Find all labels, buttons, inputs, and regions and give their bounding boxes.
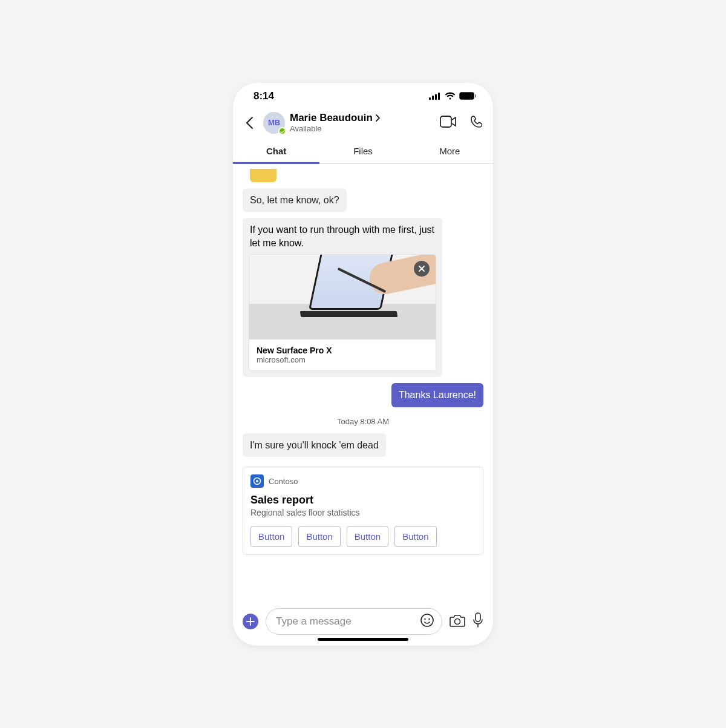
- phone-frame: 8:14 MB Marie Beaudouin Available: [233, 83, 493, 646]
- tab-bar: Chat Files More: [233, 140, 493, 164]
- svg-rect-3: [438, 93, 440, 100]
- battery-icon: [459, 92, 476, 100]
- avatar[interactable]: MB: [263, 112, 285, 134]
- microphone-icon: [473, 612, 483, 628]
- chevron-right-icon: [375, 114, 381, 122]
- message-input[interactable]: [276, 615, 415, 628]
- presence-text: Available: [290, 124, 435, 134]
- message-bubble-in[interactable]: I'm sure you'll knock 'em dead: [243, 433, 386, 457]
- video-icon: [440, 116, 457, 128]
- svg-rect-2: [435, 94, 437, 100]
- plus-icon: [246, 617, 255, 626]
- card-subtitle: Regional sales floor statistics: [250, 508, 476, 517]
- svg-rect-5: [460, 93, 473, 99]
- chevron-left-icon: [245, 116, 253, 130]
- card-button[interactable]: Button: [347, 526, 388, 547]
- svg-point-12: [428, 618, 430, 619]
- svg-rect-6: [475, 94, 476, 97]
- chat-scroll[interactable]: So, let me know, ok? If you want to run …: [233, 164, 493, 602]
- card-button[interactable]: Button: [250, 526, 292, 547]
- message-bubble-in[interactable]: So, let me know, ok?: [243, 188, 347, 212]
- wifi-icon: [445, 92, 456, 100]
- phone-icon: [470, 115, 483, 128]
- camera-icon: [450, 614, 465, 627]
- link-preview-card[interactable]: New Surface Pro X microsoft.com: [249, 254, 436, 371]
- svg-point-11: [424, 618, 425, 619]
- message-text: If you want to run through with me first…: [249, 223, 436, 249]
- folder-icon: [250, 169, 276, 182]
- close-icon: [418, 265, 425, 272]
- message-bubble-out[interactable]: Thanks Laurence!: [391, 383, 483, 407]
- emoji-icon: [420, 613, 434, 628]
- presence-available-icon: [278, 127, 286, 135]
- back-button[interactable]: [240, 116, 258, 130]
- tab-more[interactable]: More: [407, 140, 493, 163]
- status-time: 8:14: [253, 90, 274, 102]
- microphone-button[interactable]: [473, 612, 483, 631]
- card-app-attribution[interactable]: Contoso: [250, 474, 476, 488]
- adaptive-card: Contoso Sales report Regional sales floo…: [243, 467, 483, 555]
- video-call-button[interactable]: [440, 116, 457, 130]
- status-icons: [429, 92, 476, 100]
- message-bubble-in[interactable]: If you want to run through with me first…: [243, 218, 442, 377]
- contact-block[interactable]: Marie Beaudouin Available: [290, 112, 435, 134]
- svg-point-10: [421, 614, 433, 626]
- tab-chat[interactable]: Chat: [233, 140, 319, 163]
- link-preview-image: [249, 255, 436, 339]
- camera-button[interactable]: [450, 614, 465, 629]
- audio-call-button[interactable]: [470, 115, 483, 131]
- svg-rect-1: [432, 96, 434, 100]
- chat-header: MB Marie Beaudouin Available: [233, 110, 493, 140]
- card-button[interactable]: Button: [394, 526, 436, 547]
- link-preview-title: New Surface Pro X: [257, 346, 428, 355]
- contoso-app-icon: [250, 474, 264, 488]
- compose-add-button[interactable]: [243, 614, 258, 629]
- svg-rect-14: [476, 613, 480, 621]
- card-title: Sales report: [250, 494, 476, 507]
- cellular-icon: [429, 93, 441, 100]
- tab-files[interactable]: Files: [319, 140, 406, 163]
- avatar-initials: MB: [268, 118, 280, 127]
- link-preview-domain: microsoft.com: [257, 355, 428, 364]
- home-indicator: [318, 638, 408, 641]
- svg-rect-7: [440, 116, 451, 127]
- card-app-name: Contoso: [269, 477, 298, 486]
- card-button-row: Button Button Button Button: [250, 526, 476, 547]
- svg-point-13: [455, 618, 460, 624]
- card-button[interactable]: Button: [298, 526, 340, 547]
- emoji-button[interactable]: [420, 613, 434, 630]
- svg-rect-0: [429, 97, 431, 100]
- status-bar: 8:14: [233, 83, 493, 110]
- svg-point-9: [256, 480, 258, 482]
- timestamp-divider: Today 8:08 AM: [243, 417, 483, 426]
- contact-name: Marie Beaudouin: [290, 112, 373, 124]
- message-input-container: [266, 608, 442, 635]
